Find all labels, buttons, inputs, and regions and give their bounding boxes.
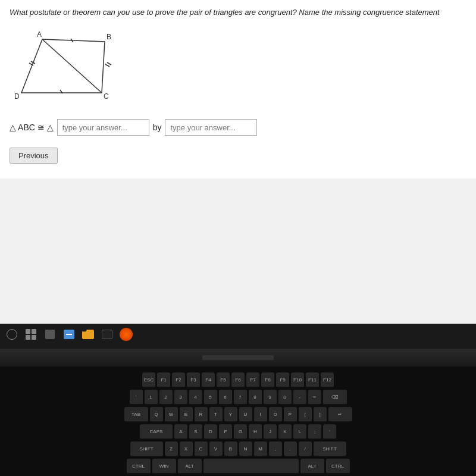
- key-backspace[interactable]: ⌫: [323, 390, 347, 405]
- answer-input-theorem[interactable]: [165, 119, 257, 136]
- key-esc[interactable]: ESC: [142, 372, 155, 388]
- answer-row: △ ABC ≅ △ by: [10, 119, 466, 136]
- key-f9[interactable]: F9: [276, 372, 289, 388]
- key-shift-right[interactable]: SHIFT: [314, 441, 346, 457]
- key-ctrl-left[interactable]: CTRL: [127, 459, 151, 474]
- keyboard-row-1: ESC F1 F2 F3 F4 F5 F6 F7 F8 F9 F10 F11 F…: [0, 372, 476, 388]
- key-e[interactable]: E: [180, 407, 193, 422]
- key-r[interactable]: R: [195, 407, 208, 422]
- key-a[interactable]: A: [174, 424, 187, 440]
- key-d[interactable]: D: [204, 424, 217, 440]
- key-f5[interactable]: F5: [217, 372, 230, 388]
- key-0[interactable]: 0: [278, 390, 292, 405]
- taskbar-apps[interactable]: [43, 327, 57, 342]
- key-alt-right[interactable]: ALT: [300, 459, 324, 474]
- key-o[interactable]: O: [269, 407, 282, 422]
- taskbar-start[interactable]: [24, 327, 38, 342]
- key-6[interactable]: 6: [219, 390, 232, 405]
- key-enter[interactable]: ↵: [328, 407, 352, 422]
- taskbar-folder[interactable]: [81, 327, 95, 342]
- taskbar-dark-app[interactable]: [100, 327, 114, 342]
- keyboard-row-2: ` 1 2 3 4 5 6 7 8 9 0 - = ⌫: [0, 390, 476, 405]
- triangle-diagram: A B C D: [10, 29, 129, 106]
- question-text: What postulate or theorem can you use to…: [10, 7, 466, 18]
- key-x[interactable]: X: [180, 441, 193, 457]
- key-minus[interactable]: -: [293, 390, 306, 405]
- key-backtick[interactable]: `: [130, 390, 143, 405]
- key-win[interactable]: WIN: [152, 459, 176, 474]
- key-q[interactable]: Q: [150, 407, 163, 422]
- key-g[interactable]: G: [234, 424, 247, 440]
- keyboard-row-4: CAPS A S D F G H J K L ; ': [0, 424, 476, 440]
- diagram-container: A B C D: [10, 26, 466, 108]
- key-slash[interactable]: /: [299, 441, 312, 457]
- key-z[interactable]: Z: [165, 441, 178, 457]
- monitor-stand: [202, 355, 274, 360]
- key-f8[interactable]: F8: [261, 372, 274, 388]
- key-f11[interactable]: F11: [306, 372, 319, 388]
- key-9[interactable]: 9: [264, 390, 277, 405]
- taskbar-orange-app[interactable]: [119, 327, 133, 342]
- key-2[interactable]: 2: [159, 390, 173, 405]
- key-f10[interactable]: F10: [291, 372, 304, 388]
- key-i[interactable]: I: [254, 407, 267, 422]
- key-n[interactable]: N: [239, 441, 252, 457]
- equation-label: △ ABC ≅ △: [10, 123, 54, 132]
- key-p[interactable]: P: [284, 407, 297, 422]
- keyboard-area: ESC F1 F2 F3 F4 F5 F6 F7 F8 F9 F10 F11 F…: [0, 367, 476, 476]
- taskbar-search[interactable]: [5, 327, 19, 342]
- key-j[interactable]: J: [264, 424, 277, 440]
- key-m[interactable]: M: [254, 441, 267, 457]
- previous-button[interactable]: Previous: [10, 148, 58, 164]
- keyboard-row-3: TAB Q W E R T Y U I O P [ ] ↵: [0, 407, 476, 422]
- key-f1[interactable]: F1: [157, 372, 170, 388]
- key-8[interactable]: 8: [249, 390, 262, 405]
- key-alt-left[interactable]: ALT: [178, 459, 202, 474]
- key-semicolon[interactable]: ;: [308, 424, 321, 440]
- key-k[interactable]: K: [278, 424, 292, 440]
- key-7[interactable]: 7: [234, 390, 247, 405]
- key-1[interactable]: 1: [145, 390, 158, 405]
- key-5[interactable]: 5: [204, 390, 217, 405]
- answer-input-triangle[interactable]: [57, 119, 149, 136]
- key-quote[interactable]: ': [323, 424, 336, 440]
- key-shift-left[interactable]: SHIFT: [130, 441, 163, 457]
- key-f6[interactable]: F6: [231, 372, 245, 388]
- key-f12[interactable]: F12: [321, 372, 334, 388]
- key-capslock[interactable]: CAPS: [140, 424, 173, 440]
- key-f[interactable]: F: [219, 424, 232, 440]
- key-ctrl-right[interactable]: CTRL: [326, 459, 350, 474]
- content-area: What postulate or theorem can you use to…: [0, 0, 476, 178]
- key-f4[interactable]: F4: [202, 372, 215, 388]
- key-u[interactable]: U: [239, 407, 252, 422]
- key-y[interactable]: Y: [224, 407, 237, 422]
- key-period[interactable]: .: [284, 441, 297, 457]
- key-f3[interactable]: F3: [187, 372, 200, 388]
- key-f7[interactable]: F7: [246, 372, 259, 388]
- key-comma[interactable]: ,: [269, 441, 282, 457]
- screen: What postulate or theorem can you use to…: [0, 0, 476, 345]
- key-equals[interactable]: =: [308, 390, 321, 405]
- key-space[interactable]: [203, 459, 299, 474]
- key-t[interactable]: T: [209, 407, 223, 422]
- key-rbracket[interactable]: ]: [314, 407, 327, 422]
- monitor-bottom: [0, 349, 476, 367]
- key-c[interactable]: C: [195, 441, 208, 457]
- taskbar-minimize[interactable]: [62, 327, 76, 342]
- double-tick-bc-2: [107, 62, 111, 65]
- key-tab[interactable]: TAB: [124, 407, 148, 422]
- keyboard-row-5: SHIFT Z X C V B N M , . / SHIFT: [0, 441, 476, 457]
- key-3[interactable]: 3: [174, 390, 187, 405]
- key-b[interactable]: B: [224, 441, 237, 457]
- key-v[interactable]: V: [209, 441, 223, 457]
- key-4[interactable]: 4: [189, 390, 202, 405]
- key-lbracket[interactable]: [: [299, 407, 312, 422]
- by-label: by: [153, 123, 162, 132]
- key-w[interactable]: W: [165, 407, 178, 422]
- key-h[interactable]: H: [249, 424, 262, 440]
- key-l[interactable]: L: [293, 424, 306, 440]
- keyboard-row-6: CTRL WIN ALT ALT CTRL: [0, 459, 476, 474]
- key-s[interactable]: S: [189, 424, 202, 440]
- key-f2[interactable]: F2: [172, 372, 185, 388]
- double-tick-bc-1: [105, 64, 109, 67]
